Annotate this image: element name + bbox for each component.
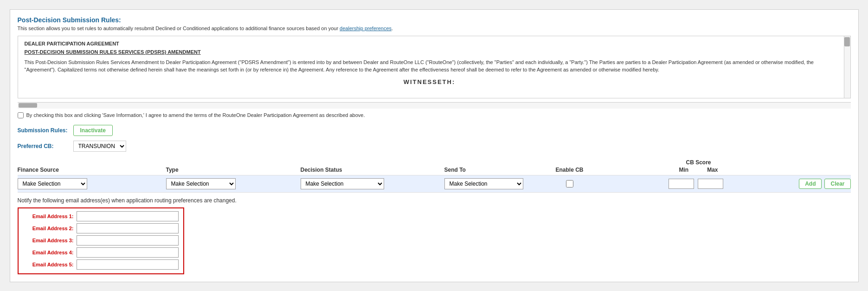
email-row-1: Email Address 1: <box>23 211 179 221</box>
email-label-5: Email Address 5: <box>23 262 77 267</box>
agreement-witnesseth: WITNESSETH: <box>25 78 835 85</box>
email-label-3: Email Address 3: <box>23 238 77 243</box>
header-cb-score-label: CB Score <box>686 159 711 166</box>
cb-score-max-input[interactable] <box>698 179 723 189</box>
email-input-1[interactable] <box>77 211 179 221</box>
add-button[interactable]: Add <box>799 179 822 189</box>
agreement-content: DEALER PARTICIPATION AGREEMENT POST-DECI… <box>18 36 844 90</box>
cell-cb-score <box>593 179 799 189</box>
header-send-to: Send To <box>444 167 547 173</box>
email-input-2[interactable] <box>77 223 179 233</box>
cell-decision-status: Make Selection <box>301 178 444 189</box>
agreement-checkbox-row: By checking this box and clicking 'Save … <box>18 112 851 118</box>
table-data-row: Make Selection Make Selection Make Selec… <box>18 175 851 193</box>
email-label-1: Email Address 1: <box>23 213 77 219</box>
header-cb-score: CB Score Min Max <box>593 159 804 173</box>
scrollbar-thumb <box>844 37 850 46</box>
cb-score-min-input[interactable] <box>669 179 694 189</box>
email-row-4: Email Address 4: <box>23 247 179 258</box>
page-subtitle: This section allows you to set rules to … <box>18 26 851 31</box>
email-section: Email Address 1: Email Address 2: Email … <box>18 207 184 274</box>
send-to-select[interactable]: Make Selection <box>444 178 523 189</box>
header-cb-min: Min <box>679 167 688 173</box>
header-cb-score-sub: Min Max <box>679 167 718 173</box>
header-enable-cb: Enable CB <box>547 167 593 173</box>
finance-source-select[interactable]: Make Selection <box>18 178 87 189</box>
cell-actions: Add Clear <box>799 179 850 189</box>
page-container: Post-Decision Submission Rules: This sec… <box>10 9 859 282</box>
email-label-4: Email Address 4: <box>23 250 77 255</box>
cell-finance-source: Make Selection <box>18 178 166 189</box>
clear-button[interactable]: Clear <box>824 179 850 189</box>
type-select[interactable]: Make Selection <box>166 178 236 189</box>
vertical-scrollbar[interactable] <box>844 36 850 98</box>
email-row-3: Email Address 3: <box>23 235 179 246</box>
email-input-3[interactable] <box>77 235 179 246</box>
dealership-link[interactable]: dealership preferences <box>340 26 392 31</box>
agreement-body: This Post-Decision Submission Rules Serv… <box>25 58 835 74</box>
agreement-box: DEALER PARTICIPATION AGREEMENT POST-DECI… <box>18 36 851 98</box>
email-input-4[interactable] <box>77 247 179 258</box>
agreement-checkbox-label: By checking this box and clicking 'Save … <box>26 112 365 118</box>
email-label-2: Email Address 2: <box>23 226 77 231</box>
horizontal-scrollbar[interactable] <box>18 102 851 109</box>
email-row-2: Email Address 2: <box>23 223 179 233</box>
agreement-subtitle: POST-DECISION SUBMISSION RULES SERVICES … <box>25 49 835 55</box>
header-cb-max: Max <box>707 167 718 173</box>
agreement-checkbox[interactable] <box>18 112 24 118</box>
header-decision-status: Decision Status <box>301 167 444 173</box>
email-row-5: Email Address 5: <box>23 259 179 270</box>
agreement-title: DEALER PARTICIPATION AGREEMENT <box>25 41 835 46</box>
submission-rules-label: Submission Rules: <box>18 127 73 134</box>
hscroll-thumb <box>19 103 37 108</box>
cell-enable-cb <box>547 180 593 188</box>
preferred-cb-row: Preferred CB: TRANSUNION EQUIFAX EXPERIA… <box>18 141 851 152</box>
header-finance-source: Finance Source <box>18 167 166 173</box>
cell-type: Make Selection <box>166 178 301 189</box>
preferred-cb-label: Preferred CB: <box>18 143 73 149</box>
header-type: Type <box>166 167 301 173</box>
table-header: Finance Source Type Decision Status Send… <box>18 156 851 175</box>
cbscore-inputs <box>669 179 723 189</box>
decision-status-select[interactable]: Make Selection <box>301 178 384 189</box>
email-input-5[interactable] <box>77 259 179 270</box>
inactivate-button[interactable]: Inactivate <box>73 125 113 136</box>
submission-rules-row: Submission Rules: Inactivate <box>18 125 851 136</box>
preferred-cb-select[interactable]: TRANSUNION EQUIFAX EXPERIAN <box>73 141 126 152</box>
page-title: Post-Decision Submission Rules: <box>18 16 851 24</box>
notify-text: Notify the following email address(es) w… <box>18 197 851 204</box>
enable-cb-checkbox[interactable] <box>566 180 573 188</box>
cell-send-to: Make Selection <box>444 178 547 189</box>
